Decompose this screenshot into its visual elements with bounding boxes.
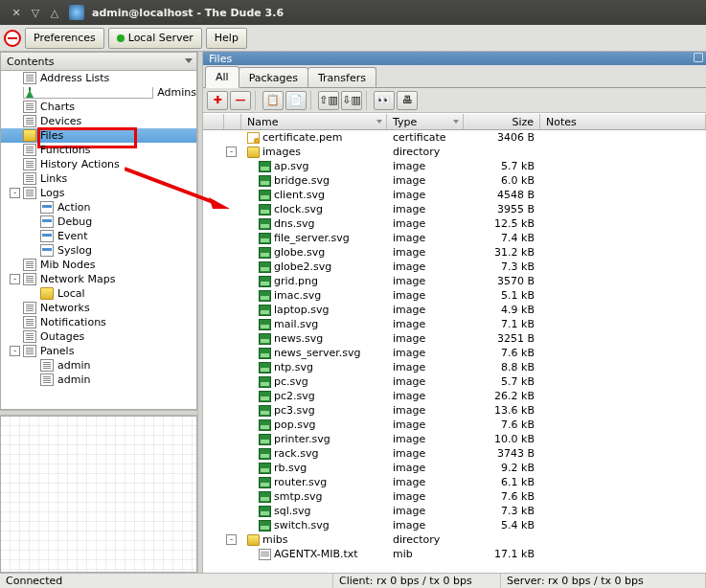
tree-item-logs[interactable]: -Logs	[1, 186, 196, 200]
window-close-icon[interactable]: ✕	[10, 6, 23, 19]
print-button[interactable]: 🖶	[397, 91, 418, 110]
column-name-label: Name	[247, 116, 278, 128]
file-row[interactable]: pc2.svgimage26.2 kB	[203, 389, 706, 403]
file-row[interactable]: imac.svgimage5.1 kB	[203, 288, 706, 303]
tree-expander[interactable]: -	[10, 274, 20, 284]
tree-item-local[interactable]: Local	[1, 286, 196, 301]
file-row[interactable]: pc3.svgimage13.6 kB	[203, 403, 706, 418]
copy-button[interactable]: 📋	[262, 91, 284, 110]
file-row[interactable]: clock.svgimage3955 B	[203, 202, 706, 216]
file-row[interactable]: dns.svgimage12.5 kB	[203, 216, 706, 231]
tree-item-admin[interactable]: admin	[1, 358, 196, 373]
files-grid-body[interactable]: certificate.pemcertificate3406 B-imagesd…	[203, 130, 706, 573]
file-size: 8.8 kB	[464, 361, 540, 373]
row-expander[interactable]: -	[226, 534, 237, 545]
tree-expander	[10, 317, 20, 328]
column-notes-label: Notes	[546, 116, 577, 128]
file-row[interactable]: news_server.svgimage7.6 kB	[203, 346, 706, 360]
disconnect-icon[interactable]	[4, 30, 21, 47]
tree-item-admin[interactable]: admin	[1, 373, 196, 387]
file-row[interactable]: bridge.svgimage6.0 kB	[203, 173, 706, 188]
file-row[interactable]: printer.svgimage10.0 kB	[203, 432, 706, 446]
remove-button[interactable]: —	[230, 91, 251, 110]
file-type: directory	[387, 533, 464, 546]
file-row[interactable]: globe.svgimage31.2 kB	[203, 245, 706, 260]
tree-item-panels[interactable]: -Panels	[1, 344, 196, 358]
file-row[interactable]: rack.svgimage3743 B	[203, 446, 706, 461]
file-row[interactable]: rb.svgimage9.2 kB	[203, 461, 706, 475]
file-row[interactable]: news.svgimage3251 B	[203, 331, 706, 346]
tree-item-outages[interactable]: Outages	[1, 329, 196, 344]
page-icon	[23, 273, 36, 285]
tree-item-files[interactable]: Files	[1, 128, 196, 143]
file-row[interactable]: ntp.svgimage8.8 kB	[203, 360, 706, 374]
file-name: news_server.svg	[274, 347, 361, 359]
file-row[interactable]: -imagesdirectory	[203, 145, 706, 159]
pin-icon[interactable]	[694, 53, 703, 62]
help-button[interactable]: Help	[206, 28, 247, 49]
add-button[interactable]: ✚	[207, 91, 228, 110]
file-row[interactable]: laptop.svgimage4.9 kB	[203, 303, 706, 317]
file-size: 7.6 kB	[464, 418, 540, 431]
img-icon	[259, 305, 271, 316]
tab-all[interactable]: All	[205, 66, 239, 88]
row-expander[interactable]: -	[226, 147, 237, 157]
tree-item-networks[interactable]: Networks	[1, 301, 196, 315]
tree-expander[interactable]: -	[10, 188, 20, 198]
tab-transfers[interactable]: Transfers	[307, 67, 376, 87]
file-type: image	[387, 304, 464, 316]
column-expand[interactable]	[203, 114, 224, 129]
local-server-button[interactable]: Local Server	[108, 28, 202, 49]
column-name[interactable]: Name	[241, 114, 387, 129]
column-size[interactable]: Size	[464, 114, 540, 129]
fold-icon	[247, 147, 260, 158]
file-row[interactable]: ap.svgimage5.7 kB	[203, 159, 706, 173]
preferences-button[interactable]: Preferences	[25, 28, 104, 49]
file-row[interactable]: sql.svgimage7.3 kB	[203, 504, 706, 518]
download-button[interactable]: ⇩▥	[341, 91, 362, 110]
tree-item-syslog[interactable]: Syslog	[1, 243, 196, 258]
file-row[interactable]: file_server.svgimage7.4 kB	[203, 231, 706, 245]
file-row[interactable]: -mibsdirectory	[203, 532, 706, 547]
tree-item-address-lists[interactable]: Address Lists	[1, 71, 196, 85]
tree-item-mib-nodes[interactable]: Mib Nodes	[1, 258, 196, 272]
tree-item-network-maps[interactable]: -Network Maps	[1, 272, 196, 286]
column-type[interactable]: Type	[387, 114, 464, 129]
column-icon[interactable]	[224, 114, 241, 129]
tree-item-action[interactable]: Action	[1, 200, 196, 215]
tab-packages[interactable]: Packages	[239, 67, 308, 87]
tree-item-devices[interactable]: Devices	[1, 114, 196, 128]
tree-expander[interactable]: -	[10, 346, 20, 356]
file-row[interactable]: pc.svgimage5.7 kB	[203, 374, 706, 389]
tree-item-history-actions[interactable]: History Actions	[1, 157, 196, 171]
contents-tree[interactable]: Address ListsAdminsChartsDevicesFilesFun…	[0, 71, 197, 410]
column-notes[interactable]: Notes	[540, 114, 706, 129]
file-row[interactable]: globe2.svgimage7.3 kB	[203, 260, 706, 274]
paste-button[interactable]: 📄	[285, 91, 307, 110]
contents-header[interactable]: Contents	[0, 52, 197, 71]
file-row[interactable]: mail.svgimage7.1 kB	[203, 317, 706, 331]
upload-button[interactable]: ⇧▥	[318, 91, 339, 110]
log-icon	[40, 244, 54, 257]
file-row[interactable]: grid.pngimage3570 B	[203, 274, 706, 288]
file-name: rack.svg	[274, 447, 318, 460]
file-row[interactable]: smtp.svgimage7.6 kB	[203, 489, 706, 504]
file-row[interactable]: router.svgimage6.1 kB	[203, 475, 706, 489]
file-row[interactable]: AGENTX-MIB.txtmib17.1 kB	[203, 547, 706, 561]
tree-item-charts[interactable]: Charts	[1, 100, 196, 114]
file-row[interactable]: pop.svgimage7.6 kB	[203, 418, 706, 432]
tree-item-notifications[interactable]: Notifications	[1, 315, 196, 329]
file-row[interactable]: certificate.pemcertificate3406 B	[203, 130, 706, 145]
tree-item-admins[interactable]: Admins	[1, 85, 196, 100]
tree-item-links[interactable]: Links	[1, 171, 196, 186]
window-maximize-icon[interactable]: △	[48, 6, 61, 19]
tree-item-debug[interactable]: Debug	[1, 215, 196, 229]
file-row[interactable]: client.svgimage4548 B	[203, 188, 706, 202]
window-minimize-icon[interactable]: ▽	[29, 6, 42, 19]
file-type: image	[387, 332, 464, 345]
find-button[interactable]: 👀	[374, 91, 395, 110]
tree-item-functions[interactable]: Functions	[1, 143, 196, 157]
upload-icon: ⇧▥	[319, 95, 338, 105]
tree-item-event[interactable]: Event	[1, 229, 196, 243]
file-row[interactable]: switch.svgimage5.4 kB	[203, 518, 706, 532]
